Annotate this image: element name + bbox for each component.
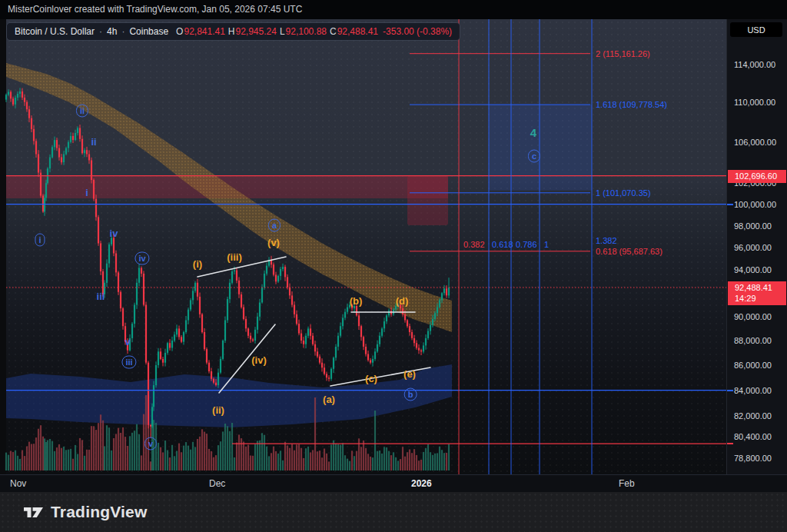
symbol-legend[interactable]: Bitcoin / U.S. Dollar · 4h · Coinbase O9… [6,22,460,41]
chart-plot[interactable] [0,19,726,474]
price-tick: 82,000.00 [727,411,787,421]
price-tick: 90,000.00 [727,312,787,321]
tradingview-wordmark: TradingView [51,503,148,521]
ohlc-value: 92,488.41 [337,26,378,37]
currency-button[interactable]: USD [730,22,782,37]
attribution-bar: MisterCoinlover created with TradingView… [0,0,787,19]
price-axis[interactable]: USD 114,000.00110,000.00106,000.00102,00… [726,19,787,474]
chart-pane[interactable]: iiiiviiivabciiiiviiiv4(i)(iii)(v)(ii)(iv… [0,19,726,474]
price-tick: 84,000.00 [727,386,787,395]
tradingview-screenshot: MisterCoinlover created with TradingView… [0,0,787,532]
time-axis-label-Dec: Dec [209,478,225,489]
price-tick: 96,000.00 [727,243,787,252]
time-axis-label-Feb: Feb [619,478,635,489]
price-tick: 86,000.00 [727,361,787,370]
price-tick: 80,400.00 [727,432,787,441]
tradingview-logo-icon [23,504,44,521]
ohlc-value: 92,100.88 [286,26,327,37]
axis-alert-marker [727,204,733,205]
price-tick: 106,000.00 [727,138,787,147]
price-tick: 100,000.00 [727,200,787,209]
price-tick: 98,000.00 [727,221,787,231]
price-tick: 78,800.00 [727,454,787,463]
time-axis[interactable]: NovDec2026Feb [0,474,787,492]
ohlc-values: O92,841.41H92,945.24L92,100.88C92,488.41 [173,26,378,37]
change-value: -353.00 (-0.38%) [383,26,452,37]
ohlc-key: C [330,26,337,37]
symbol-title: Bitcoin / U.S. Dollar [15,26,95,37]
ohlc-key: L [280,26,285,37]
attribution-text: MisterCoinlover created with TradingView… [8,4,302,15]
ohlc-value: 92,841.41 [184,26,224,37]
price-tick: 88,000.00 [727,336,787,345]
wave4-target-box[interactable] [489,105,592,191]
alert-price-badge: 102,696.60 [728,170,786,183]
ohlc-key: O [176,26,183,37]
exchange-label: Coinbase [129,26,168,37]
ohlc-key: H [228,26,235,37]
separator: · [99,26,102,37]
interval-label: 4h [107,26,117,37]
separator: · [121,26,125,37]
trend-line-1[interactable] [198,257,286,277]
footer-bar: TradingView [0,492,787,532]
price-tick: 94,000.00 [727,265,787,274]
axis-alert-marker [727,443,733,444]
ohlc-value: 92,945.24 [236,26,277,37]
bar-countdown: 14:29 [735,293,786,304]
support-zone-overlay [6,364,452,427]
time-axis-label-Nov: Nov [10,478,26,489]
axis-alert-marker [727,390,733,391]
price-tick: 110,000.00 [727,98,787,107]
last-price-badge: 92,488.4114:29 [728,281,786,305]
resistance-cloud-tail [407,176,448,225]
price-tick: 114,000.00 [727,60,787,69]
time-axis-label-2026: 2026 [411,478,432,489]
